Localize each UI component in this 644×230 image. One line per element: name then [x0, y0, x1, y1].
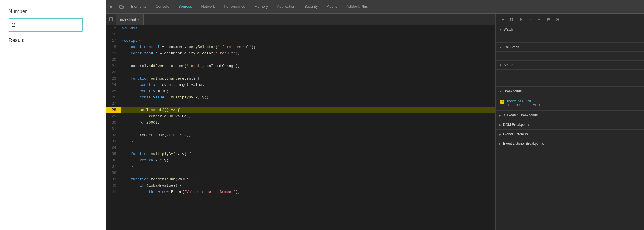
code-line-15: 15 </body> — [106, 25, 495, 31]
watch-arrow: ▼ — [499, 28, 502, 31]
event-listener-bp-header[interactable]: ▶ Event Listener Breakpoints — [496, 139, 644, 148]
watch-label: Watch — [504, 27, 513, 31]
code-line-40: 40 if (isNaN(value)) { — [106, 183, 495, 189]
code-line-17: 17 <script> — [106, 38, 495, 44]
code-line-36: 36 return x * y; — [106, 157, 495, 164]
dom-bp-label: DOM Breakpoints — [503, 123, 530, 127]
xhr-header[interactable]: ▶ XHR/fetch Breakpoints — [496, 111, 644, 120]
tab-application[interactable]: Application — [273, 0, 300, 13]
call-stack-header[interactable]: ▼ Call Stack — [496, 43, 644, 52]
code-line-38: 38 — [106, 170, 495, 176]
file-tab-close[interactable]: × — [138, 18, 139, 21]
cursor-icon[interactable] — [106, 0, 116, 14]
file-tree-icon[interactable] — [106, 14, 116, 25]
scope-arrow: ▼ — [499, 64, 502, 67]
code-line-30: 30 }, 2000); — [106, 120, 495, 126]
tab-elements[interactable]: Elements — [126, 0, 151, 13]
devtools-main: index.html × 15 </body> 16 17 — [106, 14, 644, 230]
breakpoints-section: ▼ Breakpoints index.html:28 setTimeout((… — [496, 87, 644, 111]
event-listener-bp-section: ▶ Event Listener Breakpoints — [496, 139, 644, 148]
watch-content — [496, 34, 644, 43]
number-label: Number — [9, 9, 97, 15]
breakpoint-code: setTimeout(() => { — [506, 103, 540, 107]
right-panel: ▼ Watch ▼ Call Stack ▼ — [495, 14, 644, 230]
code-line-23: 23 function onInputChange(event) { — [106, 76, 495, 82]
global-listeners-header[interactable]: ▶ Global Listeners — [496, 130, 644, 139]
code-line-34: 34 — [106, 145, 495, 151]
tab-console[interactable]: Console — [151, 0, 174, 13]
global-listeners-arrow: ▶ — [499, 133, 501, 136]
file-tabs-bar: index.html × — [106, 14, 495, 25]
breakpoints-header[interactable]: ▼ Breakpoints — [496, 87, 644, 96]
code-line-29: 29 renderToDOM(value); — [106, 113, 495, 120]
call-stack-section: ▼ Call Stack — [496, 43, 644, 61]
breakpoint-checkbox[interactable] — [500, 100, 504, 104]
code-line-25: 25 const y = 10; — [106, 88, 495, 94]
event-listener-bp-label: Event Listener Breakpoints — [503, 142, 544, 146]
step-out-btn[interactable] — [526, 15, 534, 23]
scope-section: ▼ Scope — [496, 61, 644, 87]
code-line-16: 16 — [106, 31, 495, 38]
pause-exceptions-btn[interactable] — [553, 15, 561, 23]
breakpoints-content: index.html:28 setTimeout(() => { — [496, 96, 644, 110]
scope-header[interactable]: ▼ Scope — [496, 61, 644, 70]
event-listener-bp-arrow: ▶ — [499, 142, 501, 145]
dom-bp-section: ▶ DOM Breakpoints — [496, 120, 644, 130]
call-stack-content — [496, 52, 644, 60]
code-line-33: 33 } — [106, 138, 495, 145]
breakpoints-arrow: ▼ — [499, 90, 502, 93]
code-line-18: 18 const control = document.querySelecto… — [106, 44, 495, 50]
code-line-35: 35 function multiplyBy(x, y) { — [106, 151, 495, 157]
code-line-22: 22 — [106, 69, 495, 76]
code-line-41: 41 throw new Error('Value is not a Numbe… — [106, 189, 495, 195]
xhr-section: ▶ XHR/fetch Breakpoints — [496, 111, 644, 120]
call-stack-arrow: ▼ — [499, 46, 502, 49]
code-line-26: 26 const value = multiplyBy(x, y); — [106, 94, 495, 101]
deactivate-bp-btn[interactable] — [544, 15, 552, 23]
webpage-panel: Number Result: — [0, 0, 106, 230]
devtools-tab-bar: Elements Console Sources Network Perform… — [106, 0, 644, 14]
code-line-21: 21 control.addEventListener('input', onI… — [106, 63, 495, 69]
tab-audits[interactable]: Audits — [322, 0, 342, 13]
step-btn[interactable] — [535, 15, 543, 23]
step-over-btn[interactable] — [508, 15, 516, 23]
breakpoint-info: index.html:28 setTimeout(() => { — [506, 99, 540, 107]
dom-bp-header[interactable]: ▶ DOM Breakpoints — [496, 120, 644, 129]
watch-header[interactable]: ▼ Watch — [496, 25, 644, 34]
code-line-28: 28 setTimeout(() => { — [106, 107, 495, 113]
result-label: Result: — [9, 37, 97, 43]
tab-network[interactable]: Network — [197, 0, 220, 13]
code-line-20: 20 — [106, 57, 495, 63]
device-icon[interactable] — [116, 0, 126, 14]
code-line-24: 24 const x = event.target.value; — [106, 82, 495, 88]
code-line-39: 39 function renderToDOM(value) { — [106, 176, 495, 183]
devtools-panel: Elements Console Sources Network Perform… — [106, 0, 644, 230]
tab-adblock[interactable]: Adblock Plus — [342, 0, 372, 13]
dom-bp-arrow: ▶ — [499, 123, 501, 126]
watch-section: ▼ Watch — [496, 25, 644, 43]
file-tab-index[interactable]: index.html × — [116, 14, 144, 25]
resume-btn[interactable] — [498, 15, 506, 23]
tab-performance[interactable]: Performance — [219, 0, 250, 13]
debugger-toolbar — [496, 14, 644, 25]
code-line-31: 31 — [106, 126, 495, 132]
svg-rect-1 — [122, 6, 123, 8]
breakpoints-label: Breakpoints — [504, 89, 522, 93]
breakpoint-filename: index.html:28 — [506, 99, 540, 103]
code-line-32: 32 renderToDOM(value * 2); — [106, 132, 495, 138]
xhr-label: XHR/fetch Breakpoints — [503, 113, 538, 117]
step-into-btn[interactable] — [517, 15, 525, 23]
code-line-27: 27 — [106, 101, 495, 107]
right-sections: ▼ Watch ▼ Call Stack ▼ — [496, 25, 644, 230]
call-stack-label: Call Stack — [504, 45, 519, 49]
code-line-37: 37 } — [106, 164, 495, 170]
file-tab-name: index.html — [120, 17, 136, 21]
code-area[interactable]: 15 </body> 16 17 <script> 18 const contr… — [106, 25, 495, 230]
tab-sources[interactable]: Sources — [174, 0, 197, 13]
svg-rect-2 — [109, 18, 113, 21]
svg-marker-4 — [502, 18, 504, 21]
number-input[interactable] — [9, 18, 83, 32]
tab-security[interactable]: Security — [300, 0, 322, 13]
scope-label: Scope — [504, 63, 513, 67]
tab-memory[interactable]: Memory — [250, 0, 273, 13]
